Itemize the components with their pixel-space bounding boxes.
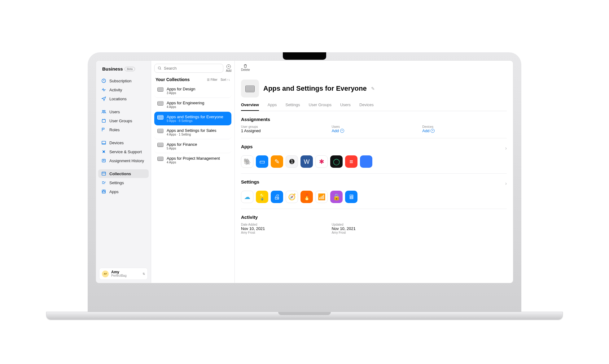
safari-icon[interactable]: 🧭 — [286, 191, 298, 203]
sidebar-item-history[interactable]: Assignment History — [98, 156, 149, 165]
collection-item[interactable]: Apps for Finance5 Apps — [154, 139, 231, 153]
history-icon — [101, 158, 106, 163]
assignment-devices: Devices Add + — [422, 125, 507, 133]
plus-circle-icon: + — [431, 129, 435, 133]
svg-line-10 — [160, 69, 161, 70]
activity-updated: Updated Nov 10, 2021 Amy Frost — [332, 223, 416, 234]
tab-settings[interactable]: Settings — [285, 102, 300, 111]
edit-title-button[interactable]: ✎ — [371, 86, 375, 91]
svg-rect-3 — [102, 119, 106, 122]
user-org: PerfectBag — [111, 274, 126, 277]
service-icon — [101, 149, 106, 154]
svg-point-9 — [158, 67, 161, 69]
assignments-heading: Assignments — [241, 117, 507, 122]
svg-point-1 — [102, 110, 103, 111]
word-icon[interactable]: W — [300, 155, 313, 168]
filter-button[interactable]: ☰ Filter — [207, 78, 217, 81]
sidebar-item-users[interactable]: Users — [98, 107, 149, 116]
updown-icon: ⇅ — [142, 272, 145, 275]
sidebar-item-subscription[interactable]: Subscription — [98, 76, 149, 85]
add-users-link[interactable]: Add + — [332, 128, 416, 133]
roles-icon — [101, 127, 106, 132]
sidebar-item-activity[interactable]: Activity — [98, 85, 149, 94]
collections-heading: Your Collections — [156, 77, 190, 82]
apps-heading: Apps — [241, 144, 253, 149]
collection-icon — [241, 80, 259, 98]
users-icon — [101, 109, 106, 114]
sort-button[interactable]: Sort ↑↓ — [221, 78, 230, 81]
tab-users[interactable]: Users — [340, 102, 351, 111]
icloud-icon[interactable]: ☁︎ — [241, 191, 253, 203]
keynote-icon[interactable]: ▭ — [256, 155, 268, 168]
brand: Business Beta — [98, 65, 149, 76]
sidebar-item-collections[interactable]: Collections — [98, 169, 149, 178]
assignment-user-groups: User groups 1 Assigned — [241, 125, 326, 133]
sidebar: Business Beta SubscriptionActivityLocati… — [96, 61, 151, 283]
svg-rect-7 — [102, 172, 106, 176]
plus-circle-icon: + — [340, 129, 344, 133]
tab-apps[interactable]: Apps — [268, 102, 277, 111]
settings-heading: Settings — [241, 179, 259, 184]
sidebar-item-roles[interactable]: Roles — [98, 125, 149, 134]
collections-icon — [101, 171, 106, 176]
user-name: Amy — [111, 270, 126, 274]
webex-icon[interactable]: ◯ — [330, 155, 343, 168]
collection-item[interactable]: Apps for Design3 Apps — [154, 84, 231, 98]
collection-item[interactable]: Apps for Engineering4 Apps — [154, 98, 231, 112]
collection-item[interactable]: Apps and Settings for Sales4 Apps · 1 Se… — [154, 125, 231, 139]
add-button[interactable]: + Add — [226, 64, 231, 72]
privacy-icon[interactable]: 🔒 — [330, 191, 343, 203]
keyboard-icon — [157, 129, 164, 133]
keyboard-icon — [157, 157, 164, 161]
pages-icon[interactable]: ✎ — [271, 155, 283, 168]
search-icon — [158, 66, 162, 70]
sidebar-item-settings[interactable]: Settings — [98, 178, 149, 187]
sidebar-item-devices[interactable]: Devices — [98, 138, 149, 147]
keyboard-icon — [157, 101, 164, 106]
slack-icon[interactable]: ✱ — [315, 155, 328, 168]
keyboard-icon — [157, 115, 164, 119]
tips-icon[interactable]: 💡 — [256, 191, 268, 203]
screen-icon[interactable]: 🖥 — [345, 191, 357, 203]
tab-overview[interactable]: Overview — [241, 102, 259, 111]
firewall-icon[interactable]: 🔥 — [300, 191, 313, 203]
subscription-icon — [101, 78, 106, 83]
add-devices-link[interactable]: Add + — [422, 128, 507, 133]
user-chip[interactable]: AF Amy PerfectBag ⇅ — [99, 268, 148, 280]
collections-column: + Add Your Collections ☰ Filter Sort ↑↓ … — [151, 61, 235, 283]
keyboard-icon — [157, 143, 164, 147]
keyboard-icon — [157, 87, 164, 92]
search-input[interactable] — [164, 66, 220, 71]
sidebar-item-locations[interactable]: Locations — [98, 94, 149, 103]
avatar: AF — [102, 271, 109, 277]
user-groups-icon — [101, 118, 106, 123]
tab-devices[interactable]: Devices — [359, 102, 374, 111]
brand-name: Business — [102, 66, 123, 72]
todoist-icon[interactable]: ≡ — [345, 155, 357, 168]
beta-badge: Beta — [125, 67, 135, 71]
search-field[interactable] — [154, 64, 223, 73]
evernote-icon[interactable]: 🐘 — [241, 155, 253, 168]
sidebar-item-user-groups[interactable]: User Groups — [98, 116, 149, 125]
tab-user-groups[interactable]: User Groups — [309, 102, 331, 111]
delete-button[interactable]: Delete — [241, 64, 250, 72]
activity-heading: Activity — [241, 214, 507, 220]
print-icon[interactable]: 🖨 — [271, 191, 283, 203]
page-title: Apps and Settings for Everyone — [263, 84, 367, 93]
svg-point-2 — [104, 110, 105, 111]
devices-icon — [101, 140, 106, 145]
apple-icon[interactable] — [360, 155, 372, 168]
wifi-icon[interactable]: 📶 — [315, 191, 328, 203]
sidebar-item-service[interactable]: Service & Support — [98, 147, 149, 156]
settings-chevron[interactable]: › — [505, 181, 507, 186]
plus-circle-icon: + — [226, 64, 231, 69]
detail-pane: Delete Apps and Settings for Everyone ✎ … — [235, 61, 513, 283]
collection-item[interactable]: Apps for Project Management4 Apps — [154, 153, 231, 167]
sidebar-item-apps[interactable]: Apps — [98, 187, 149, 196]
svg-rect-4 — [102, 141, 106, 144]
collection-item[interactable]: Apps and Settings for Everyone9 Apps · 8… — [154, 112, 231, 125]
1password-icon[interactable]: ➊ — [286, 155, 298, 168]
settings-icon — [101, 180, 106, 185]
apps-chevron[interactable]: › — [505, 145, 507, 151]
trash-icon — [243, 64, 248, 68]
